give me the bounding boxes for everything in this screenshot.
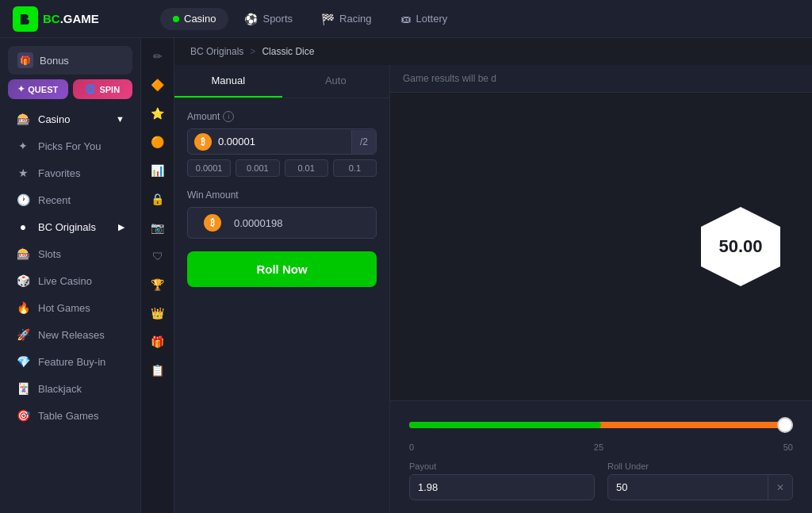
quick-amt-2[interactable]: 0.01: [285, 159, 328, 177]
slots-icon: 🎰: [16, 247, 30, 261]
dice-display-area: 50.00: [390, 93, 812, 400]
sidebar-item-recent[interactable]: 🕐 Recent: [5, 186, 136, 213]
sidebar: 🎁 Bonus ✦ QUEST 🌀 SPIN 🎰 Casino ▼ ✦ Pick…: [0, 38, 141, 513]
sidebar-item-hot-games[interactable]: 🔥 Hot Games: [5, 294, 136, 321]
sidebar-new-releases-label: New Releases: [38, 329, 105, 341]
slider-track[interactable]: [409, 414, 793, 436]
quick-amt-1[interactable]: 0.001: [236, 159, 279, 177]
slider-thumb[interactable]: [777, 417, 793, 433]
ic-list[interactable]: 📋: [146, 358, 170, 382]
breadcrumb-separator: >: [250, 46, 255, 57]
sidebar-picks-label: Picks For You: [38, 140, 102, 152]
rollunder-x-button[interactable]: ✕: [768, 476, 792, 500]
casino-menu-icon: 🎰: [16, 112, 30, 126]
sidebar-blackjack-label: Blackjack: [38, 383, 82, 395]
amount-input[interactable]: [218, 129, 351, 154]
hot-games-icon: 🔥: [16, 301, 30, 315]
sidebar-item-favorites[interactable]: ★ Favorites: [5, 159, 136, 186]
rollunder-box: Roll Under ✕: [607, 461, 793, 500]
sidebar-live-casino-label: Live Casino: [38, 275, 92, 287]
amount-info-icon[interactable]: i: [223, 111, 234, 122]
slider-label-50: 50: [783, 442, 793, 452]
bc-originals-arrow-icon: ▶: [118, 222, 124, 232]
ic-lock[interactable]: 🔒: [146, 187, 170, 211]
nav-tabs: Casino ⚽ Sports 🏁 Racing 🎟 Lottery: [160, 8, 460, 30]
ic-star[interactable]: ⭐: [146, 101, 170, 125]
spin-label: SPIN: [99, 85, 120, 94]
ic-fire[interactable]: 🔶: [146, 73, 170, 97]
tab-lottery[interactable]: 🎟 Lottery: [388, 8, 461, 30]
multiply-button[interactable]: x2: [376, 130, 377, 154]
payout-box: Payout: [409, 461, 595, 500]
quest-label: QUEST: [28, 85, 58, 94]
ic-trophy[interactable]: 🏆: [146, 273, 170, 297]
sidebar-table-games-label: Table Games: [38, 410, 99, 422]
picks-icon: ✦: [16, 139, 30, 153]
tab-casino[interactable]: Casino: [160, 8, 228, 30]
tab-auto[interactable]: Auto: [282, 65, 390, 98]
sidebar-bonus[interactable]: 🎁 Bonus: [8, 46, 132, 75]
game-tab-bar: Manual Auto: [174, 65, 389, 98]
control-panel: Manual Auto Amount i ₿: [174, 65, 390, 513]
divide-button[interactable]: /2: [351, 130, 376, 154]
bc-originals-icon: ●: [16, 220, 30, 234]
sidebar-bc-originals-label: BC Originals: [38, 221, 96, 233]
sidebar-item-picks[interactable]: ✦ Picks For You: [5, 132, 136, 159]
win-bitcoin-icon: ₿: [204, 214, 221, 232]
dice-value: 50.00: [701, 207, 780, 286]
slider-track-bg: [409, 422, 793, 428]
logo-area: BC.GAME: [13, 6, 154, 32]
breadcrumb-parent[interactable]: BC Originals: [190, 46, 243, 57]
spin-button[interactable]: 🌀 SPIN: [73, 79, 133, 99]
quest-icon: ✦: [17, 84, 25, 94]
win-amount-value: 0.0000198: [234, 217, 282, 229]
rollunder-input[interactable]: [608, 475, 768, 500]
payout-label: Payout: [409, 461, 595, 471]
blackjack-icon: 🃏: [16, 381, 30, 396]
casino-dot: [173, 16, 179, 22]
top-nav: BC.GAME Casino ⚽ Sports 🏁 Racing 🎟 Lotte…: [0, 0, 812, 38]
slider-label-25: 25: [594, 442, 603, 452]
game-area: Manual Auto Amount i ₿: [174, 65, 812, 513]
sidebar-item-live-casino[interactable]: 🎲 Live Casino: [5, 267, 136, 294]
sidebar-slots-label: Slots: [38, 248, 61, 260]
ic-crown[interactable]: 👑: [146, 301, 170, 325]
icon-column: ✏ 🔶 ⭐ 🟠 📊 🔒 📷 🛡 🏆 👑 🎁 📋: [141, 38, 174, 513]
sidebar-item-slots[interactable]: 🎰 Slots: [5, 240, 136, 267]
sidebar-item-casino[interactable]: 🎰 Casino ▼: [5, 105, 136, 132]
tab-racing[interactable]: 🏁 Racing: [308, 8, 384, 30]
sidebar-item-blackjack[interactable]: 🃏 Blackjack: [5, 375, 136, 402]
live-casino-icon: 🎲: [16, 274, 30, 288]
sidebar-item-table-games[interactable]: 🎯 Table Games: [5, 402, 136, 429]
slider-labels: 0 25 50: [409, 442, 793, 452]
quick-amt-3[interactable]: 0.1: [333, 159, 377, 177]
sidebar-quest-spin: ✦ QUEST 🌀 SPIN: [8, 79, 132, 99]
logo-icon: [13, 6, 38, 32]
ic-orange-circle[interactable]: 🟠: [146, 130, 170, 154]
quest-button[interactable]: ✦ QUEST: [8, 79, 68, 99]
recent-icon: 🕐: [16, 193, 30, 207]
ic-gift[interactable]: 🎁: [146, 330, 170, 354]
new-releases-icon: 🚀: [16, 327, 30, 342]
tab-sports[interactable]: ⚽ Sports: [232, 8, 305, 30]
sidebar-item-new-releases[interactable]: 🚀 New Releases: [5, 321, 136, 348]
bitcoin-icon: ₿: [194, 133, 212, 151]
slider-section: 0 25 50 Payout Roll Under: [390, 400, 812, 513]
game-visual: Game results will be d 50.00: [390, 65, 812, 513]
bonus-icon: 🎁: [17, 52, 33, 68]
tab-lottery-label: Lottery: [416, 13, 448, 25]
sidebar-item-bc-originals[interactable]: ● BC Originals ▶: [5, 213, 136, 240]
ic-chart[interactable]: 📊: [146, 159, 170, 182]
ic-pencil[interactable]: ✏: [146, 44, 170, 68]
tab-sports-label: Sports: [262, 13, 293, 25]
tab-manual-label: Manual: [211, 75, 245, 86]
roll-now-button[interactable]: Roll Now: [187, 251, 377, 287]
ic-camera[interactable]: 📷: [146, 216, 170, 239]
tab-manual[interactable]: Manual: [174, 65, 282, 98]
payout-input[interactable]: [410, 475, 594, 500]
sidebar-recent-label: Recent: [38, 194, 71, 206]
ic-shield[interactable]: 🛡: [146, 244, 170, 268]
lottery-icon: 🎟: [400, 13, 412, 25]
sidebar-item-feature-buyin[interactable]: 💎 Feature Buy-in: [5, 348, 136, 375]
quick-amt-0[interactable]: 0.0001: [187, 159, 231, 177]
